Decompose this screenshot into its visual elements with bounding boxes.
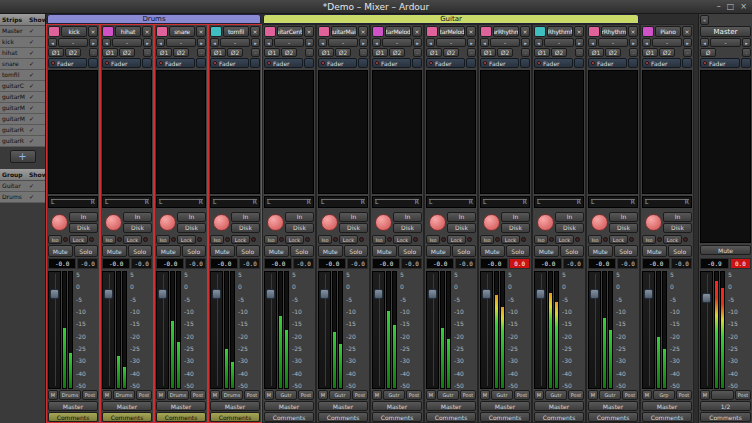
trim-knob[interactable] — [51, 214, 68, 231]
monitor-disk-button[interactable]: Disk — [609, 223, 638, 233]
strip-show-checkbox[interactable]: ✓ — [29, 192, 45, 202]
monitor-input-button[interactable]: In — [69, 212, 98, 222]
output-button[interactable]: Master — [318, 401, 368, 411]
strip-list-row[interactable]: kick ✓ — [0, 37, 45, 48]
pan-widget[interactable]: L R — [156, 196, 206, 208]
input-next-icon[interactable]: ▸ — [197, 38, 206, 47]
master-name-button[interactable]: Master — [700, 26, 751, 37]
solo-button[interactable]: Solo — [128, 245, 153, 257]
strip-show-checkbox[interactable]: ✓ — [29, 125, 45, 135]
processor-led[interactable] — [591, 61, 595, 65]
monitor-disk-button[interactable]: Disk — [501, 223, 530, 233]
input-next-icon[interactable]: ▸ — [742, 38, 751, 47]
fader-processor-button[interactable]: Fader — [588, 58, 627, 68]
fader-handle[interactable] — [104, 289, 113, 299]
title-bar[interactable]: *Demo – Mixer – Ardour – □ × — [0, 0, 752, 14]
group-button[interactable]: Gutr — [491, 390, 513, 400]
comments-button[interactable]: Comments — [372, 412, 422, 422]
comments-button[interactable]: Comments — [210, 412, 260, 422]
metering-button[interactable]: M — [210, 390, 220, 400]
processor-box[interactable] — [588, 70, 638, 194]
gain-fader[interactable] — [588, 271, 601, 389]
track-name-button[interactable]: guitarRhythmLeft — [493, 26, 519, 37]
track-name-button[interactable]: guitarRhythmRight — [601, 26, 627, 37]
track-name-button[interactable]: tomfil — [223, 26, 249, 37]
input-next-icon[interactable]: ▸ — [305, 38, 314, 47]
monitor-input-button[interactable]: In — [447, 212, 476, 222]
monitor-disk-button[interactable]: Disk — [555, 223, 584, 233]
output-button[interactable]: Master — [534, 401, 584, 411]
gain-display[interactable]: -0.0 — [48, 258, 76, 269]
strip-show-checkbox[interactable]: ✓ — [29, 92, 45, 102]
strip-show-checkbox[interactable]: ✓ — [29, 136, 45, 146]
pan-widget[interactable]: L R — [588, 196, 638, 208]
master-comments-button[interactable]: Comments — [700, 412, 751, 422]
trim-icon[interactable]: ◦ — [197, 48, 206, 57]
input-next-icon[interactable]: ▸ — [683, 38, 692, 47]
meter-point-button[interactable]: Post — [622, 390, 638, 400]
solo-button[interactable]: Solo — [290, 245, 315, 257]
strip-show-checkbox[interactable]: ✓ — [29, 48, 45, 58]
monitor-input-button[interactable]: In — [177, 212, 206, 222]
strip-list-row[interactable]: Guitar ✓ — [0, 181, 45, 192]
phase-2-button[interactable]: Ø2 — [173, 48, 189, 57]
strip-show-checkbox[interactable]: ✓ — [29, 103, 45, 113]
solo-button[interactable]: Solo — [74, 245, 99, 257]
input-button[interactable]: - — [490, 38, 520, 47]
monitor-disk-button[interactable]: Disk — [231, 223, 260, 233]
monitor-disk-button[interactable]: Disk — [339, 223, 368, 233]
input-next-icon[interactable]: ▸ — [413, 38, 422, 47]
fader-processor-button[interactable]: Fader — [210, 58, 249, 68]
solo-lock-button[interactable]: Lock — [285, 235, 304, 244]
track-name-button[interactable]: guitarMain — [331, 26, 357, 37]
processor-stub-button[interactable] — [304, 58, 314, 68]
input-button[interactable]: - — [58, 38, 88, 47]
processor-led[interactable] — [159, 61, 163, 65]
pan-widget[interactable]: L R — [48, 196, 98, 208]
processor-box[interactable] — [372, 70, 422, 194]
input-button[interactable]: - — [112, 38, 142, 47]
processor-box[interactable] — [642, 70, 692, 194]
gain-fader[interactable] — [48, 271, 61, 389]
gain-fader[interactable] — [264, 271, 277, 389]
processor-led[interactable] — [51, 61, 55, 65]
fader-handle[interactable] — [320, 289, 329, 299]
processor-box[interactable] — [480, 70, 530, 194]
trim-icon[interactable]: ◦ — [467, 48, 476, 57]
gain-display[interactable]: -0.0 — [264, 258, 292, 269]
master-group-button[interactable] — [711, 390, 734, 400]
phase-2-button[interactable]: Ø2 — [659, 48, 675, 57]
monitor-input-button[interactable]: In — [663, 212, 692, 222]
group-button[interactable]: Gutr — [545, 390, 567, 400]
track-color-chip[interactable] — [534, 26, 546, 37]
phase-2-button[interactable]: Ø2 — [65, 48, 81, 57]
scroll-left-icon[interactable]: « — [700, 15, 709, 25]
trim-icon[interactable]: ◦ — [413, 48, 422, 57]
gain-fader[interactable] — [480, 271, 493, 389]
trim-icon[interactable]: ◦ — [305, 48, 314, 57]
gain-display[interactable]: -0.0 — [102, 258, 130, 269]
solo-lock-button[interactable]: Lock — [555, 235, 574, 244]
input-prev-icon[interactable]: ◂ — [372, 38, 381, 47]
gain-display[interactable]: -0.0 — [426, 258, 454, 269]
trim-knob[interactable] — [645, 214, 662, 231]
processor-led[interactable] — [645, 61, 649, 65]
solo-iso-button[interactable]: Iso — [534, 235, 548, 244]
pan-widget[interactable]: L R — [102, 196, 152, 208]
input-prev-icon[interactable]: ◂ — [426, 38, 435, 47]
minimize-icon[interactable]: – — [717, 2, 721, 11]
trim-knob[interactable] — [375, 214, 392, 231]
output-button[interactable]: Master — [426, 401, 476, 411]
input-button[interactable]: - — [220, 38, 250, 47]
strip-list-row[interactable]: guitarR ✓ — [0, 125, 45, 136]
trim-icon[interactable]: ◦ — [629, 48, 638, 57]
monitor-disk-button[interactable]: Disk — [69, 223, 98, 233]
monitor-disk-button[interactable]: Disk — [177, 223, 206, 233]
group-button[interactable]: Gutr — [329, 390, 351, 400]
pan-widget[interactable]: L R — [264, 196, 314, 208]
peak-display[interactable]: -0.0 — [131, 258, 152, 269]
track-name-button[interactable]: guitarCenter — [277, 26, 303, 37]
solo-iso-button[interactable]: Iso — [642, 235, 656, 244]
metering-button[interactable]: M — [588, 390, 598, 400]
strip-show-checkbox[interactable]: ✓ — [29, 26, 45, 36]
